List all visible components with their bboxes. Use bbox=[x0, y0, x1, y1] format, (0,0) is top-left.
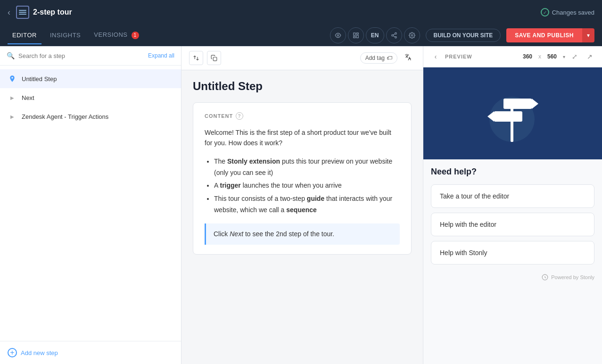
powered-by: Powered by Stonly bbox=[431, 269, 594, 285]
save-publish-button[interactable]: SAVE AND PUBLISH bbox=[506, 28, 582, 42]
signpost-illustration bbox=[475, 81, 551, 147]
toolbar-icons: EN BUILD ON YOUR SITE SAVE AND PUBLISH ▾ bbox=[330, 27, 594, 43]
add-step-icon: + bbox=[8, 348, 17, 357]
svg-point-5 bbox=[395, 33, 396, 34]
preview-panel: ‹ PREVIEW x ▾ ⤢ ↗ bbox=[423, 46, 602, 364]
help-card-editor[interactable]: Help with the editor bbox=[431, 213, 594, 236]
svg-point-0 bbox=[337, 34, 339, 36]
expand-all-button[interactable]: Expand all bbox=[148, 52, 174, 59]
preview-label: PREVIEW bbox=[445, 54, 472, 59]
search-icon: 🔍 bbox=[7, 52, 15, 59]
preview-image bbox=[423, 67, 602, 159]
main-layout: 🔍 Expand all Untitled Step ▶ Next ▶ Zend… bbox=[0, 46, 602, 364]
search-input[interactable] bbox=[18, 52, 144, 59]
preview-size-dropdown[interactable]: ▾ bbox=[563, 54, 565, 59]
step-label: Untitled Step bbox=[22, 75, 57, 83]
content-help-icon[interactable]: ? bbox=[236, 112, 243, 120]
add-step-button[interactable]: + Add new step bbox=[8, 348, 58, 357]
step-chevron-icon: ▶ bbox=[8, 93, 17, 102]
preview-frame: Need help? Take a tour of the editor Hel… bbox=[423, 67, 602, 364]
svg-rect-3 bbox=[356, 35, 358, 38]
list-item: The Stonly extension puts this tour prev… bbox=[214, 156, 400, 179]
publish-btn-group: SAVE AND PUBLISH ▾ bbox=[506, 28, 594, 42]
svg-point-10 bbox=[411, 34, 413, 36]
publish-dropdown-button[interactable]: ▾ bbox=[582, 28, 594, 42]
preview-x-label: x bbox=[538, 53, 541, 60]
step-label: Zendesk Agent - Trigger Actions bbox=[22, 113, 108, 120]
duplicate-icon-btn[interactable] bbox=[207, 51, 221, 65]
svg-rect-2 bbox=[356, 33, 358, 34]
svg-rect-16 bbox=[494, 111, 522, 122]
content-intro: Welcome! This is the first step of a sho… bbox=[205, 127, 400, 149]
tab-insights[interactable]: INSIGHTS bbox=[45, 26, 85, 44]
preview-expand-button[interactable]: ⤢ bbox=[569, 51, 580, 62]
tab-versions[interactable]: VERSIONS 1 bbox=[89, 25, 143, 45]
svg-rect-4 bbox=[354, 36, 355, 38]
svg-line-9 bbox=[393, 33, 395, 34]
versions-badge: 1 bbox=[132, 32, 139, 39]
step-item-next[interactable]: ▶ Next bbox=[0, 88, 181, 107]
list-item: A trigger launches the tour when you arr… bbox=[214, 180, 400, 191]
layout-icon-btn[interactable] bbox=[348, 27, 364, 43]
logo-icon bbox=[16, 6, 29, 19]
help-title: Need help? bbox=[431, 167, 594, 177]
help-overlay: Need help? Take a tour of the editor Hel… bbox=[423, 159, 602, 364]
svg-line-8 bbox=[393, 35, 395, 36]
svg-marker-15 bbox=[532, 99, 538, 109]
preview-icon-btn[interactable] bbox=[330, 27, 346, 43]
svg-rect-11 bbox=[213, 57, 217, 61]
build-on-site-button[interactable]: BUILD ON YOUR SITE bbox=[426, 29, 501, 42]
step-item-zendesk[interactable]: ▶ Zendesk Agent - Trigger Actions bbox=[0, 107, 181, 126]
powered-by-icon bbox=[542, 274, 548, 281]
status-check-icon: ✓ bbox=[541, 8, 549, 17]
back-button[interactable]: ‹ bbox=[8, 8, 10, 17]
editor-toolbar: Add tag 🏷 bbox=[181, 46, 423, 70]
step-item-untitled[interactable]: Untitled Step bbox=[0, 69, 181, 88]
content-label: CONTENT ? bbox=[205, 112, 400, 120]
help-card-stonly[interactable]: Help with Stonly bbox=[431, 241, 594, 265]
steps-list: Untitled Step ▶ Next ▶ Zendesk Agent - T… bbox=[0, 66, 181, 341]
share-icon-btn[interactable] bbox=[386, 27, 402, 43]
preview-toggle-button[interactable]: ‹ bbox=[430, 51, 441, 62]
content-card: CONTENT ? Welcome! This is the first ste… bbox=[193, 102, 412, 255]
translate-button[interactable] bbox=[401, 51, 415, 65]
app-logo: 2-step tour bbox=[16, 6, 72, 19]
top-nav: ‹ 2-step tour ✓ Changes saved bbox=[0, 0, 602, 25]
sidebar: 🔍 Expand all Untitled Step ▶ Next ▶ Zend… bbox=[0, 46, 181, 364]
svg-rect-13 bbox=[511, 104, 513, 142]
content-list: The Stonly extension puts this tour prev… bbox=[205, 156, 400, 216]
list-item: This tour consists of a two-step guide t… bbox=[214, 193, 400, 216]
preview-size-control: x ▾ bbox=[519, 53, 565, 60]
callout-box: Click Next to see the 2nd step of the to… bbox=[205, 223, 400, 245]
app-title: 2-step tour bbox=[33, 8, 72, 17]
help-card-tour[interactable]: Take a tour of the editor bbox=[431, 184, 594, 208]
add-tag-button[interactable]: Add tag 🏷 bbox=[360, 52, 397, 64]
step-chevron-icon: ▶ bbox=[8, 112, 17, 121]
preview-external-button[interactable]: ↗ bbox=[584, 51, 595, 62]
svg-point-6 bbox=[391, 34, 393, 36]
tab-bar: EDITOR INSIGHTS VERSIONS 1 EN BUILD ON Y… bbox=[0, 25, 602, 46]
step-title: Untitled Step bbox=[193, 80, 412, 93]
svg-point-7 bbox=[395, 36, 396, 38]
powered-by-label: Powered by Stonly bbox=[551, 274, 594, 280]
preview-header: ‹ PREVIEW x ▾ ⤢ ↗ bbox=[423, 46, 602, 67]
editor-area: Add tag 🏷 Untitled Step CONTENT ? Welcom… bbox=[181, 46, 423, 364]
tag-icon: 🏷 bbox=[387, 55, 392, 61]
sidebar-search-area: 🔍 Expand all bbox=[0, 46, 181, 66]
step-label: Next bbox=[22, 94, 34, 101]
preview-width-input[interactable] bbox=[519, 53, 536, 60]
tab-editor[interactable]: EDITOR bbox=[8, 26, 41, 44]
svg-rect-1 bbox=[354, 33, 355, 35]
sidebar-footer: + Add new step bbox=[0, 341, 181, 364]
step-pin-icon bbox=[8, 74, 17, 83]
editor-content: Untitled Step CONTENT ? Welcome! This is… bbox=[181, 70, 423, 364]
svg-rect-14 bbox=[503, 99, 532, 109]
save-status: ✓ Changes saved bbox=[541, 8, 594, 17]
swap-icon-btn[interactable] bbox=[189, 51, 203, 65]
preview-height-input[interactable] bbox=[543, 53, 561, 60]
language-btn[interactable]: EN bbox=[366, 27, 384, 43]
settings-icon-btn[interactable] bbox=[404, 27, 420, 43]
